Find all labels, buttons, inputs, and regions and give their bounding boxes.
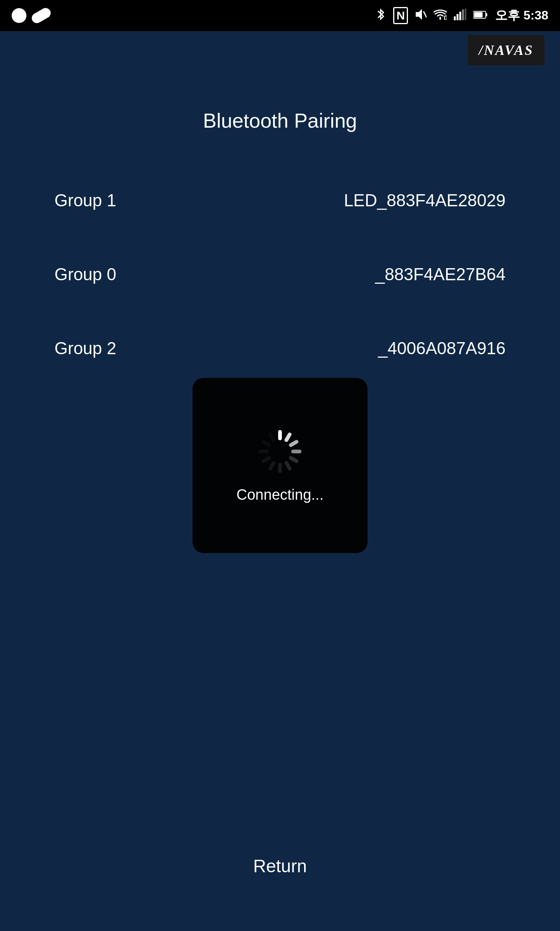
status-bar-right: N 🔒 xyxy=(375,7,548,24)
logo-area: /NAVAS xyxy=(468,35,544,65)
svg-rect-5 xyxy=(457,14,458,20)
svg-rect-10 xyxy=(486,13,487,16)
circle-icon xyxy=(12,8,26,23)
svg-rect-11 xyxy=(474,12,483,18)
group-2-device-id: _4006A087A916 xyxy=(378,339,506,358)
group-0-row[interactable]: Group 0 _883F4AE27B64 xyxy=(23,253,537,296)
group-2-name: Group 2 xyxy=(54,339,116,358)
connecting-overlay: Connecting... xyxy=(192,378,368,553)
svg-line-16 xyxy=(291,458,297,461)
group-2-row[interactable]: Group 2 _4006A087A916 xyxy=(23,327,537,370)
svg-text:🔒: 🔒 xyxy=(445,16,447,20)
status-bar: N 🔒 xyxy=(0,0,560,31)
status-bar-left xyxy=(12,8,51,23)
pill-icon xyxy=(30,6,52,25)
svg-line-19 xyxy=(270,463,274,469)
wifi-icon: 🔒 xyxy=(434,9,447,23)
group-0-device-id: _883F4AE27B64 xyxy=(375,265,506,284)
bluetooth-icon xyxy=(375,7,386,24)
logo-text: /NAVAS xyxy=(479,42,534,58)
group-1-device-id: LED_883F4AE28029 xyxy=(344,191,506,210)
svg-line-1 xyxy=(424,11,427,18)
svg-line-17 xyxy=(286,463,290,469)
loading-spinner xyxy=(257,428,303,475)
page-title: Bluetooth Pairing xyxy=(23,109,537,132)
nfc-icon: N xyxy=(393,7,408,24)
signal-icon xyxy=(454,9,466,23)
svg-line-13 xyxy=(286,434,290,440)
svg-line-14 xyxy=(291,442,297,445)
svg-rect-6 xyxy=(459,12,461,20)
svg-rect-7 xyxy=(462,9,464,20)
svg-marker-0 xyxy=(416,9,422,20)
svg-rect-4 xyxy=(454,16,456,20)
status-time: 오후 5:38 xyxy=(495,7,548,24)
group-1-name: Group 1 xyxy=(54,191,116,210)
group-1-row[interactable]: Group 1 LED_883F4AE28029 xyxy=(23,179,537,222)
svg-line-20 xyxy=(264,458,270,461)
mute-icon xyxy=(415,7,427,24)
group-0-name: Group 0 xyxy=(54,265,116,284)
svg-line-23 xyxy=(270,434,274,440)
connecting-text: Connecting... xyxy=(236,487,324,503)
return-button[interactable]: Return xyxy=(253,855,307,877)
main-content: Bluetooth Pairing Group 1 LED_883F4AE280… xyxy=(0,31,560,370)
svg-line-22 xyxy=(264,442,270,445)
svg-rect-8 xyxy=(465,9,466,20)
battery-icon xyxy=(473,9,488,22)
